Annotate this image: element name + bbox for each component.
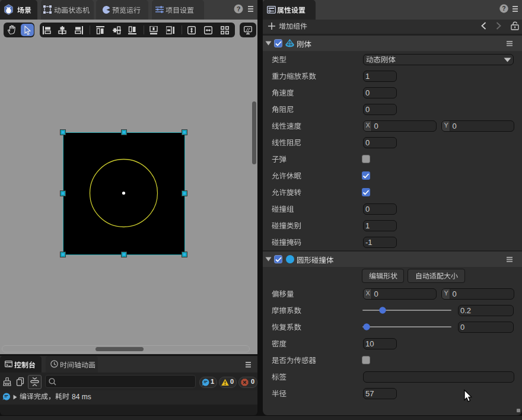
svg-text:?: ?	[502, 5, 505, 12]
svg-text:?: ?	[237, 5, 241, 12]
